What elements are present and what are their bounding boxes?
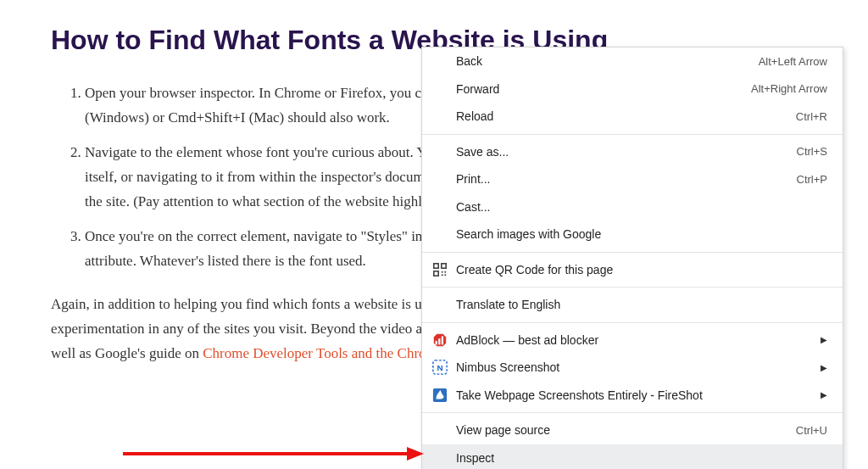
menu-item-label: AdBlock — best ad blocker	[456, 333, 821, 347]
context-menu: BackAlt+Left ArrowForwardAlt+Right Arrow…	[421, 47, 843, 469]
submenu-arrow-icon: ▶	[821, 363, 827, 372]
menu-item-inspect[interactable]: Inspect	[422, 444, 843, 470]
menu-item-forward[interactable]: ForwardAlt+Right Arrow	[422, 75, 843, 103]
menu-separator	[422, 322, 843, 323]
menu-item-shortcut: Alt+Left Arrow	[759, 55, 827, 68]
red-arrow-annotation	[123, 445, 424, 462]
qr-icon	[432, 262, 456, 277]
menu-item-shortcut: Alt+Right Arrow	[751, 82, 827, 95]
adblock-icon	[432, 332, 456, 348]
submenu-arrow-icon: ▶	[821, 390, 827, 399]
svg-rect-9	[438, 338, 440, 344]
menu-item-view-page-source[interactable]: View page sourceCtrl+U	[422, 416, 843, 444]
menu-item-translate-to-english[interactable]: Translate to English	[422, 291, 843, 319]
menu-item-search-images-with-google[interactable]: Search images with Google	[422, 221, 843, 248]
menu-item-adblock-best-ad-blocker[interactable]: AdBlock — best ad blocker▶	[422, 327, 843, 355]
menu-separator	[422, 252, 843, 253]
menu-item-back[interactable]: BackAlt+Left Arrow	[422, 47, 843, 75]
svg-rect-3	[442, 271, 443, 273]
svg-rect-0	[434, 264, 438, 268]
menu-item-shortcut: Ctrl+R	[796, 110, 827, 123]
menu-separator	[422, 287, 843, 288]
menu-item-label: Nimbus Screenshot	[456, 360, 821, 374]
menu-item-label: Create QR Code for this page	[456, 263, 827, 276]
svg-rect-6	[444, 274, 446, 276]
menu-item-create-qr-code-for-this-page[interactable]: Create QR Code for this page	[422, 256, 843, 284]
menu-item-shortcut: Ctrl+S	[797, 145, 827, 158]
menu-item-label: Translate to English	[456, 298, 827, 311]
menu-item-label: Forward	[456, 82, 751, 96]
svg-rect-2	[434, 271, 438, 276]
menu-item-label: Take Webpage Screenshots Entirely - Fire…	[456, 388, 821, 402]
menu-item-label: Search images with Google	[456, 227, 827, 241]
fireshot-icon	[432, 388, 456, 403]
menu-item-reload[interactable]: ReloadCtrl+R	[422, 103, 843, 131]
menu-item-save-as[interactable]: Save as...Ctrl+S	[422, 138, 843, 166]
menu-item-label: View page source	[456, 423, 796, 437]
submenu-arrow-icon: ▶	[821, 335, 827, 344]
menu-item-take-webpage-screenshots-entirely-fireshot[interactable]: Take Webpage Screenshots Entirely - Fire…	[422, 382, 843, 410]
step-3-tail: attribute. Whatever's listed there is th…	[85, 253, 366, 269]
menu-item-label: Cast...	[456, 200, 827, 214]
nimbus-icon: N	[432, 360, 456, 375]
svg-rect-1	[442, 264, 446, 268]
svg-rect-8	[436, 341, 437, 345]
menu-separator	[422, 412, 843, 413]
svg-rect-4	[444, 271, 446, 273]
menu-item-label: Save as...	[456, 145, 797, 159]
menu-item-label: Back	[456, 54, 759, 68]
menu-separator	[422, 134, 843, 135]
menu-item-print[interactable]: Print...Ctrl+P	[422, 165, 843, 193]
menu-item-cast[interactable]: Cast...	[422, 193, 843, 221]
menu-item-shortcut: Ctrl+U	[796, 424, 827, 437]
menu-item-nimbus-screenshot[interactable]: NNimbus Screenshot▶	[422, 354, 843, 382]
menu-item-label: Inspect	[456, 451, 827, 465]
menu-item-shortcut: Ctrl+P	[797, 173, 827, 186]
svg-rect-5	[442, 274, 443, 276]
menu-item-label: Reload	[456, 109, 796, 123]
menu-item-label: Print...	[456, 172, 797, 186]
svg-text:N: N	[437, 363, 442, 372]
svg-rect-10	[442, 336, 443, 344]
